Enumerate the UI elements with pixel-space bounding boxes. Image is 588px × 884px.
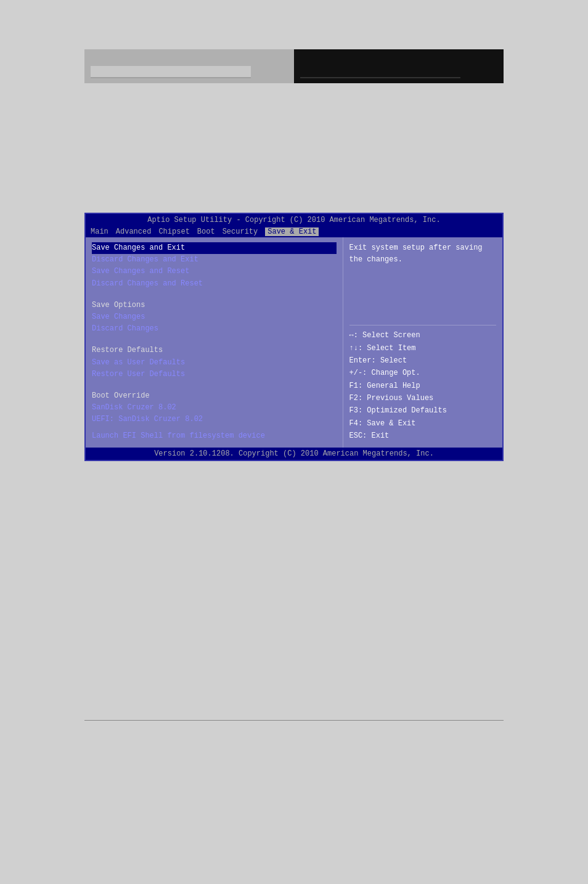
bios-right-panel: Exit system setup after saving the chang… xyxy=(343,237,503,448)
keycode-f4: F4: Save & Exit xyxy=(349,417,497,430)
keycode-enter: Enter: Select xyxy=(349,354,497,367)
keycode-esc: ESC: Exit xyxy=(349,430,497,442)
discard-changes-reset[interactable]: Discard Changes and Reset xyxy=(92,278,337,290)
menu-item-advanced[interactable]: Advanced xyxy=(116,227,152,236)
keycode-f1: F1: General Help xyxy=(349,380,497,392)
menu-item-main[interactable]: Main xyxy=(91,227,108,236)
bios-left-panel: Save Changes and Exit Discard Changes an… xyxy=(86,237,343,448)
top-banner xyxy=(84,49,504,83)
menu-item-security[interactable]: Security xyxy=(223,227,258,236)
boot-override-header: Boot Override xyxy=(92,390,337,402)
spacer-2 xyxy=(92,335,337,340)
top-banner-right-inner xyxy=(300,77,460,78)
discard-changes[interactable]: Discard Changes xyxy=(92,323,337,335)
save-options-header: Save Options xyxy=(92,300,337,311)
keycode-change-opt: +/-: Change Opt. xyxy=(349,367,497,379)
launch-efi-shell[interactable]: Launch EFI Shell from filesystem device xyxy=(92,430,337,442)
save-changes[interactable]: Save Changes xyxy=(92,311,337,323)
sandisk-cruzer[interactable]: SanDisk Cruzer 8.02 xyxy=(92,402,337,414)
keycode-select-item: ↑↓: Select Item xyxy=(349,342,497,354)
restore-user-defaults[interactable]: Restore User Defaults xyxy=(92,369,337,380)
bios-container: Aptio Setup Utility - Copyright (C) 2010… xyxy=(84,213,504,461)
top-banner-left-inner xyxy=(91,66,251,78)
restore-defaults-header: Restore Defaults xyxy=(92,345,337,356)
bios-menu-bar[interactable]: Main Advanced Chipset Boot Security Save… xyxy=(86,226,502,237)
uefi-sandisk-cruzer[interactable]: UEFI: SanDisk Cruzer 8.02 xyxy=(92,414,337,425)
bios-version: Version 2.10.1208. Copyright (C) 2010 Am… xyxy=(154,449,434,458)
top-banner-left xyxy=(84,49,294,83)
menu-item-chipset[interactable]: Chipset xyxy=(158,227,189,236)
top-banner-right xyxy=(294,49,504,83)
save-user-defaults[interactable]: Save as User Defaults xyxy=(92,357,337,369)
spacer-3 xyxy=(92,380,337,385)
menu-item-boot[interactable]: Boot xyxy=(197,227,215,236)
bios-description: Exit system setup after saving the chang… xyxy=(349,242,497,321)
bios-keycodes: ↔: Select Screen ↑↓: Select Item Enter: … xyxy=(349,329,497,443)
keycode-f3: F3: Optimized Defaults xyxy=(349,404,497,417)
menu-item-save-exit[interactable]: Save & Exit xyxy=(265,227,319,236)
save-changes-reset[interactable]: Save Changes and Reset xyxy=(92,266,337,277)
bios-footer: Version 2.10.1208. Copyright (C) 2010 Am… xyxy=(86,448,502,460)
save-changes-exit[interactable]: Save Changes and Exit xyxy=(92,242,337,254)
bottom-line xyxy=(84,720,504,721)
bios-divider xyxy=(349,325,497,325)
bios-title: Aptio Setup Utility - Copyright (C) 2010… xyxy=(147,216,440,224)
keycode-f2: F2: Previous Values xyxy=(349,392,497,404)
spacer-1 xyxy=(92,290,337,295)
keycode-select-screen: ↔: Select Screen xyxy=(349,329,497,342)
bios-body: Save Changes and Exit Discard Changes an… xyxy=(86,237,502,448)
discard-changes-exit[interactable]: Discard Changes and Exit xyxy=(92,254,337,266)
bios-title-bar: Aptio Setup Utility - Copyright (C) 2010… xyxy=(86,214,502,226)
spacer-4 xyxy=(92,425,337,430)
